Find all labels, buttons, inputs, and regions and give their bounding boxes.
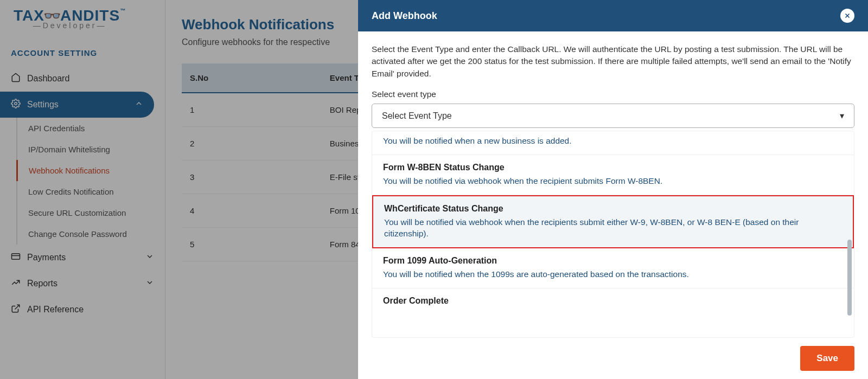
scrollbar-thumb[interactable] (847, 240, 852, 316)
option-desc: You will be notified when the 1099s are … (383, 268, 843, 280)
event-type-dropdown[interactable]: You will be notified when a new business… (372, 131, 854, 338)
modal-intro: Select the Event Type and enter the Call… (372, 43, 854, 80)
option-title: Order Complete (383, 296, 843, 306)
select-event-type[interactable]: Select Event Type ▾ (372, 104, 854, 128)
modal-header: Add Webhook (358, 0, 868, 31)
option-w8ben-status-change[interactable]: Form W-8BEN Status Change You will be no… (372, 155, 854, 195)
option-desc: You will be notified via webhook when th… (383, 175, 843, 187)
option-whcertificate-status-change[interactable]: WhCertificate Status Change You will be … (372, 195, 854, 248)
option-title: Form 1099 Auto-Generation (383, 256, 843, 266)
option-business-added[interactable]: You will be notified when a new business… (372, 131, 854, 155)
close-icon (844, 12, 851, 20)
select-event-type-label: Select event type (372, 89, 854, 99)
select-placeholder: Select Event Type (382, 111, 452, 121)
close-button[interactable] (840, 9, 854, 23)
option-desc: You will be notified when a new business… (383, 135, 843, 147)
modal-body: Select the Event Type and enter the Call… (358, 31, 868, 338)
caret-down-icon: ▾ (840, 111, 844, 121)
option-title: Form W-8BEN Status Change (383, 163, 843, 172)
option-title: WhCertificate Status Change (384, 204, 842, 214)
modal-footer: Save (358, 338, 868, 379)
save-button[interactable]: Save (800, 346, 854, 371)
option-desc: You will be notified via webhook when th… (384, 216, 842, 240)
add-webhook-modal: Add Webhook Select the Event Type and en… (358, 0, 868, 379)
modal-title: Add Webhook (372, 10, 437, 22)
option-1099-auto-generation[interactable]: Form 1099 Auto-Generation You will be no… (372, 248, 854, 288)
option-order-complete[interactable]: Order Complete (372, 288, 854, 316)
